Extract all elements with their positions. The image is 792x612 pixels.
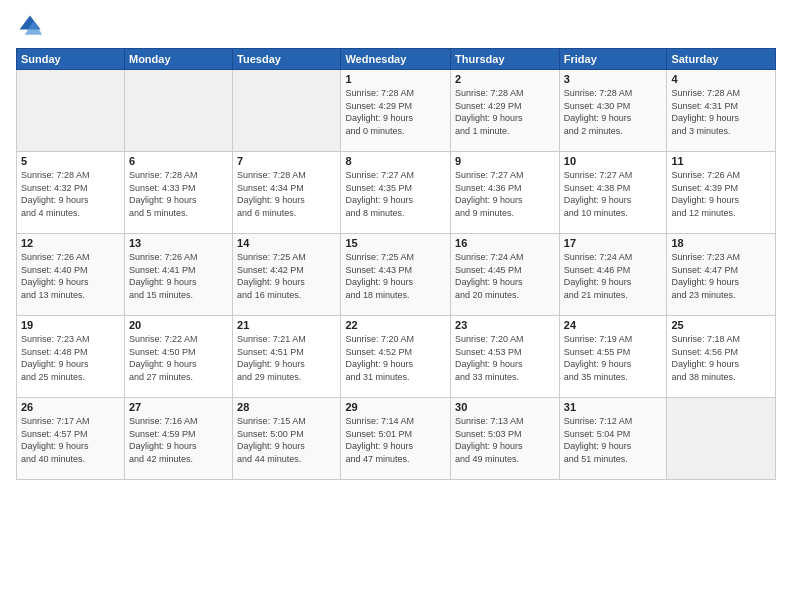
calendar-cell: 3Sunrise: 7:28 AM Sunset: 4:30 PM Daylig…: [559, 70, 667, 152]
day-number: 17: [564, 237, 663, 249]
calendar-header: SundayMondayTuesdayWednesdayThursdayFrid…: [17, 49, 776, 70]
day-info: Sunrise: 7:27 AM Sunset: 4:35 PM Dayligh…: [345, 169, 446, 219]
day-info: Sunrise: 7:13 AM Sunset: 5:03 PM Dayligh…: [455, 415, 555, 465]
calendar-cell: 1Sunrise: 7:28 AM Sunset: 4:29 PM Daylig…: [341, 70, 451, 152]
day-info: Sunrise: 7:12 AM Sunset: 5:04 PM Dayligh…: [564, 415, 663, 465]
day-info: Sunrise: 7:26 AM Sunset: 4:41 PM Dayligh…: [129, 251, 228, 301]
calendar-cell: 23Sunrise: 7:20 AM Sunset: 4:53 PM Dayli…: [451, 316, 560, 398]
header-day-friday: Friday: [559, 49, 667, 70]
week-row-2: 12Sunrise: 7:26 AM Sunset: 4:40 PM Dayli…: [17, 234, 776, 316]
calendar-cell: 10Sunrise: 7:27 AM Sunset: 4:38 PM Dayli…: [559, 152, 667, 234]
day-info: Sunrise: 7:28 AM Sunset: 4:32 PM Dayligh…: [21, 169, 120, 219]
day-number: 22: [345, 319, 446, 331]
calendar-cell: 21Sunrise: 7:21 AM Sunset: 4:51 PM Dayli…: [233, 316, 341, 398]
week-row-1: 5Sunrise: 7:28 AM Sunset: 4:32 PM Daylig…: [17, 152, 776, 234]
day-info: Sunrise: 7:25 AM Sunset: 4:42 PM Dayligh…: [237, 251, 336, 301]
day-number: 27: [129, 401, 228, 413]
day-info: Sunrise: 7:28 AM Sunset: 4:33 PM Dayligh…: [129, 169, 228, 219]
day-number: 14: [237, 237, 336, 249]
day-number: 19: [21, 319, 120, 331]
calendar-cell: 24Sunrise: 7:19 AM Sunset: 4:55 PM Dayli…: [559, 316, 667, 398]
day-number: 2: [455, 73, 555, 85]
day-info: Sunrise: 7:20 AM Sunset: 4:52 PM Dayligh…: [345, 333, 446, 383]
day-number: 6: [129, 155, 228, 167]
day-number: 26: [21, 401, 120, 413]
calendar-cell: 2Sunrise: 7:28 AM Sunset: 4:29 PM Daylig…: [451, 70, 560, 152]
calendar-cell: 15Sunrise: 7:25 AM Sunset: 4:43 PM Dayli…: [341, 234, 451, 316]
week-row-0: 1Sunrise: 7:28 AM Sunset: 4:29 PM Daylig…: [17, 70, 776, 152]
day-number: 9: [455, 155, 555, 167]
calendar-cell: 18Sunrise: 7:23 AM Sunset: 4:47 PM Dayli…: [667, 234, 776, 316]
day-number: 18: [671, 237, 771, 249]
logo-icon: [16, 12, 44, 40]
calendar-cell: [124, 70, 232, 152]
day-info: Sunrise: 7:18 AM Sunset: 4:56 PM Dayligh…: [671, 333, 771, 383]
calendar-cell: 27Sunrise: 7:16 AM Sunset: 4:59 PM Dayli…: [124, 398, 232, 480]
calendar-cell: 25Sunrise: 7:18 AM Sunset: 4:56 PM Dayli…: [667, 316, 776, 398]
calendar-cell: 5Sunrise: 7:28 AM Sunset: 4:32 PM Daylig…: [17, 152, 125, 234]
calendar-cell: 13Sunrise: 7:26 AM Sunset: 4:41 PM Dayli…: [124, 234, 232, 316]
page-container: SundayMondayTuesdayWednesdayThursdayFrid…: [0, 0, 792, 612]
day-info: Sunrise: 7:22 AM Sunset: 4:50 PM Dayligh…: [129, 333, 228, 383]
header-day-thursday: Thursday: [451, 49, 560, 70]
day-number: 8: [345, 155, 446, 167]
day-info: Sunrise: 7:28 AM Sunset: 4:30 PM Dayligh…: [564, 87, 663, 137]
day-number: 13: [129, 237, 228, 249]
day-info: Sunrise: 7:16 AM Sunset: 4:59 PM Dayligh…: [129, 415, 228, 465]
calendar-cell: 12Sunrise: 7:26 AM Sunset: 4:40 PM Dayli…: [17, 234, 125, 316]
calendar-cell: 20Sunrise: 7:22 AM Sunset: 4:50 PM Dayli…: [124, 316, 232, 398]
calendar-cell: 31Sunrise: 7:12 AM Sunset: 5:04 PM Dayli…: [559, 398, 667, 480]
day-number: 21: [237, 319, 336, 331]
day-number: 10: [564, 155, 663, 167]
day-number: 15: [345, 237, 446, 249]
day-number: 23: [455, 319, 555, 331]
calendar-cell: 14Sunrise: 7:25 AM Sunset: 4:42 PM Dayli…: [233, 234, 341, 316]
header-row: SundayMondayTuesdayWednesdayThursdayFrid…: [17, 49, 776, 70]
header-day-tuesday: Tuesday: [233, 49, 341, 70]
day-info: Sunrise: 7:24 AM Sunset: 4:46 PM Dayligh…: [564, 251, 663, 301]
calendar-cell: 7Sunrise: 7:28 AM Sunset: 4:34 PM Daylig…: [233, 152, 341, 234]
header: [16, 12, 776, 40]
day-info: Sunrise: 7:27 AM Sunset: 4:36 PM Dayligh…: [455, 169, 555, 219]
day-number: 4: [671, 73, 771, 85]
day-number: 31: [564, 401, 663, 413]
day-info: Sunrise: 7:23 AM Sunset: 4:47 PM Dayligh…: [671, 251, 771, 301]
header-day-wednesday: Wednesday: [341, 49, 451, 70]
calendar-cell: 17Sunrise: 7:24 AM Sunset: 4:46 PM Dayli…: [559, 234, 667, 316]
day-number: 25: [671, 319, 771, 331]
day-number: 29: [345, 401, 446, 413]
day-info: Sunrise: 7:25 AM Sunset: 4:43 PM Dayligh…: [345, 251, 446, 301]
day-info: Sunrise: 7:28 AM Sunset: 4:34 PM Dayligh…: [237, 169, 336, 219]
day-info: Sunrise: 7:21 AM Sunset: 4:51 PM Dayligh…: [237, 333, 336, 383]
day-number: 7: [237, 155, 336, 167]
week-row-3: 19Sunrise: 7:23 AM Sunset: 4:48 PM Dayli…: [17, 316, 776, 398]
day-info: Sunrise: 7:14 AM Sunset: 5:01 PM Dayligh…: [345, 415, 446, 465]
header-day-monday: Monday: [124, 49, 232, 70]
calendar-cell: 29Sunrise: 7:14 AM Sunset: 5:01 PM Dayli…: [341, 398, 451, 480]
calendar-cell: 19Sunrise: 7:23 AM Sunset: 4:48 PM Dayli…: [17, 316, 125, 398]
day-info: Sunrise: 7:20 AM Sunset: 4:53 PM Dayligh…: [455, 333, 555, 383]
day-info: Sunrise: 7:28 AM Sunset: 4:29 PM Dayligh…: [455, 87, 555, 137]
calendar-cell: [667, 398, 776, 480]
calendar-cell: 16Sunrise: 7:24 AM Sunset: 4:45 PM Dayli…: [451, 234, 560, 316]
day-number: 5: [21, 155, 120, 167]
calendar-body: 1Sunrise: 7:28 AM Sunset: 4:29 PM Daylig…: [17, 70, 776, 480]
header-day-saturday: Saturday: [667, 49, 776, 70]
day-number: 3: [564, 73, 663, 85]
calendar-cell: 9Sunrise: 7:27 AM Sunset: 4:36 PM Daylig…: [451, 152, 560, 234]
calendar-cell: 26Sunrise: 7:17 AM Sunset: 4:57 PM Dayli…: [17, 398, 125, 480]
day-info: Sunrise: 7:26 AM Sunset: 4:39 PM Dayligh…: [671, 169, 771, 219]
calendar-cell: 22Sunrise: 7:20 AM Sunset: 4:52 PM Dayli…: [341, 316, 451, 398]
calendar-table: SundayMondayTuesdayWednesdayThursdayFrid…: [16, 48, 776, 480]
calendar-cell: 4Sunrise: 7:28 AM Sunset: 4:31 PM Daylig…: [667, 70, 776, 152]
day-info: Sunrise: 7:19 AM Sunset: 4:55 PM Dayligh…: [564, 333, 663, 383]
calendar-cell: 30Sunrise: 7:13 AM Sunset: 5:03 PM Dayli…: [451, 398, 560, 480]
day-info: Sunrise: 7:24 AM Sunset: 4:45 PM Dayligh…: [455, 251, 555, 301]
day-info: Sunrise: 7:28 AM Sunset: 4:31 PM Dayligh…: [671, 87, 771, 137]
week-row-4: 26Sunrise: 7:17 AM Sunset: 4:57 PM Dayli…: [17, 398, 776, 480]
day-number: 24: [564, 319, 663, 331]
header-day-sunday: Sunday: [17, 49, 125, 70]
day-info: Sunrise: 7:15 AM Sunset: 5:00 PM Dayligh…: [237, 415, 336, 465]
logo: [16, 12, 48, 40]
day-info: Sunrise: 7:26 AM Sunset: 4:40 PM Dayligh…: [21, 251, 120, 301]
